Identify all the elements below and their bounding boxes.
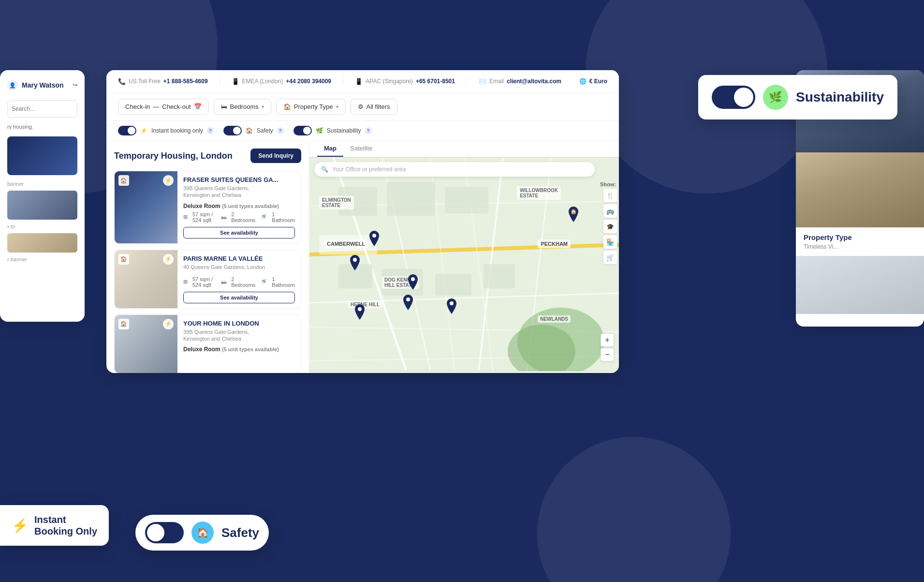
shopping-filter-icon[interactable]: 🏪 xyxy=(603,235,617,249)
room-units-1: (5 unit types available) xyxy=(222,203,279,209)
globe-icon: 🌐 xyxy=(579,78,587,85)
leaf-icon-small: 🌿 xyxy=(316,127,323,134)
map-pin-1[interactable]: 🏠 xyxy=(567,206,580,225)
bedrooms-button[interactable]: 🛏 Bedrooms ▾ xyxy=(214,99,271,115)
map-pin-4[interactable] xyxy=(406,273,420,293)
property-type-button[interactable]: 🏠 Property Type ▾ xyxy=(276,99,346,115)
user-section[interactable]: 👤 Mary Watson ↪ xyxy=(7,80,77,90)
topbar-apac-number[interactable]: +65 6701-8501 xyxy=(416,78,455,85)
area-label-newlands: NEWLANDS xyxy=(538,315,571,323)
school-filter-icon[interactable]: 🎓 xyxy=(603,220,617,233)
sidebar-thumbnail-1[interactable] xyxy=(7,191,77,220)
availability-button-1[interactable]: See availability xyxy=(183,227,295,239)
bedrooms-label: Bedrooms xyxy=(230,103,259,110)
property-type-label: Property Type xyxy=(294,103,333,110)
tab-satellite[interactable]: Satellite xyxy=(343,141,379,157)
bath-icon-2: 🚿 xyxy=(260,279,267,285)
property-name-1: FRASER SUITES QUEENS GA... xyxy=(183,176,295,183)
topbar-us-number[interactable]: +1 888-585-4609 xyxy=(163,78,208,85)
property-type-badge-1: 🏠 xyxy=(118,175,129,186)
toggle-knob-3 xyxy=(303,127,311,134)
instant-booking-card: ⚡ InstantBooking Only xyxy=(0,505,109,546)
checkin-button[interactable]: Check-in — Check-out 📅 xyxy=(118,99,209,115)
topbar-us-label: US Toll Free xyxy=(129,78,161,85)
right-panel-image-2[interactable] xyxy=(796,152,924,227)
safety-label: Safety xyxy=(257,127,273,134)
right-panel-property-type: Property Type xyxy=(804,233,916,241)
safety-toggle[interactable] xyxy=(223,126,242,135)
transit-filter-icon[interactable]: 🚌 xyxy=(603,204,617,218)
area-label-peckham: PECKHAM xyxy=(538,239,571,248)
svg-rect-17 xyxy=(387,182,435,216)
filter-bar: Check-in — Check-out 📅 🛏 Bedrooms ▾ 🏠 Pr… xyxy=(106,93,619,121)
zoom-in-button[interactable]: + xyxy=(601,333,614,347)
area-label-willowbrook: WILLOWBROOKESTATE xyxy=(517,186,561,200)
currency-button[interactable]: 🌐 € Euro xyxy=(579,78,607,85)
send-inquiry-button[interactable]: Send Inquiry xyxy=(250,149,301,163)
cart-filter-icon[interactable]: 🛒 xyxy=(603,251,617,264)
instant-booking-badge-1: ⚡ xyxy=(163,175,174,186)
room-type-1: Deluxe Room (5 unit types available) xyxy=(183,203,295,209)
instant-booking-toggle-item: ⚡ Instant booking only ? xyxy=(118,126,214,135)
right-panel-image-3[interactable] xyxy=(796,256,924,314)
user-name: Mary Watson xyxy=(22,81,64,89)
availability-button-2[interactable]: See availability xyxy=(183,292,295,303)
map-area: Map Satellite xyxy=(309,141,619,373)
property-address-3: 39B Queens Gate Gardens,Kensington and C… xyxy=(183,328,295,343)
safety-toggle-large[interactable] xyxy=(145,522,184,543)
sustainability-toggle-large[interactable] xyxy=(712,86,755,109)
logout-icon[interactable]: ↪ xyxy=(73,82,77,89)
map-pin-5[interactable] xyxy=(445,298,458,317)
avatar: 👤 xyxy=(7,80,18,90)
svg-rect-18 xyxy=(445,187,488,213)
property-card-inner-1: 🏠 ⚡ FRASER SUITES QUEENS GA... 39B Queen… xyxy=(115,171,301,243)
zoom-out-button[interactable]: − xyxy=(601,348,614,361)
bathrooms-2: 1 Bathroom xyxy=(272,276,295,288)
property-image-3[interactable]: 🏠 ⚡ xyxy=(115,315,177,373)
svg-point-25 xyxy=(372,234,376,238)
property-image-1[interactable]: 🏠 ⚡ xyxy=(115,171,177,243)
topbar: 📞 US Toll Free +1 888-585-4609 📱 EMEA (L… xyxy=(106,70,619,93)
bedrooms-1: 2 Bedrooms xyxy=(231,211,255,223)
property-card-2: 🏠 ⚡ PARIS MARNE LA VALLÉE 40 Queens Gate… xyxy=(114,250,301,309)
restaurant-filter-icon[interactable]: 🍴 xyxy=(603,189,617,202)
all-filters-button[interactable]: ⚙ All filters xyxy=(351,99,397,115)
chevron-down-icon: ▾ xyxy=(262,104,264,109)
map-search-placeholder: Your Office or preferred area xyxy=(332,166,406,173)
property-image-2[interactable]: 🏠 ⚡ xyxy=(115,250,177,308)
map-pin-2[interactable] xyxy=(367,230,381,249)
topbar-divider-1 xyxy=(220,77,220,86)
currency-label: € Euro xyxy=(589,78,607,85)
map-pin-6[interactable] xyxy=(401,294,415,313)
sidebar-banner-1[interactable] xyxy=(7,136,77,175)
safety-card: 🏠 Safety xyxy=(135,515,269,551)
topbar-emea-number[interactable]: +44 2080 394009 xyxy=(286,78,331,85)
phone-icon: 📞 xyxy=(118,78,126,85)
lightning-icon-large: ⚡ xyxy=(12,518,29,534)
sidebar-search-input[interactable] xyxy=(7,100,77,118)
sidebar-thumbnail-2[interactable] xyxy=(7,233,77,253)
calendar-icon: 📅 xyxy=(194,103,202,110)
instant-booking-info-icon[interactable]: ? xyxy=(207,127,214,134)
map-pin-3[interactable] xyxy=(348,254,362,273)
sustainability-toggle[interactable] xyxy=(293,126,312,135)
property-card-3: 🏠 ⚡ YOUR HOME IN LONDON 39B Queens Gate … xyxy=(114,314,301,373)
map-search-bar[interactable]: 🔍 Your Office or preferred area xyxy=(314,162,595,177)
safety-info-icon[interactable]: ? xyxy=(277,127,284,134)
svg-text:🏠: 🏠 xyxy=(571,209,577,215)
chevron-down-icon-2: ▾ xyxy=(336,104,338,109)
sidebar-description: ry housing. xyxy=(7,123,77,131)
topbar-email-value[interactable]: client@altovita.com xyxy=(507,78,561,85)
sustainability-info-icon[interactable]: ? xyxy=(365,127,372,134)
property-info-2: PARIS MARNE LA VALLÉE 40 Queens Gate Gar… xyxy=(177,250,301,308)
sustainability-toggle-item: 🌿 Sustainability ? xyxy=(293,126,372,135)
room-type-3: Deluxe Room (5 unit types available) xyxy=(183,346,295,353)
map-pin-7[interactable] xyxy=(353,303,367,323)
topbar-divider-2 xyxy=(343,77,343,86)
main-panel: 📞 US Toll Free +1 888-585-4609 📱 EMEA (L… xyxy=(106,70,619,373)
map-container[interactable]: ELMINGTONESTATE WILLOWBROOKESTATE CAMBER… xyxy=(309,157,619,371)
instant-booking-toggle[interactable] xyxy=(118,126,136,135)
listings-title: Temporary Housing, London xyxy=(114,151,233,161)
tab-map[interactable]: Map xyxy=(317,141,343,157)
safety-toggle-item: 🏠 Safety ? xyxy=(223,126,284,135)
